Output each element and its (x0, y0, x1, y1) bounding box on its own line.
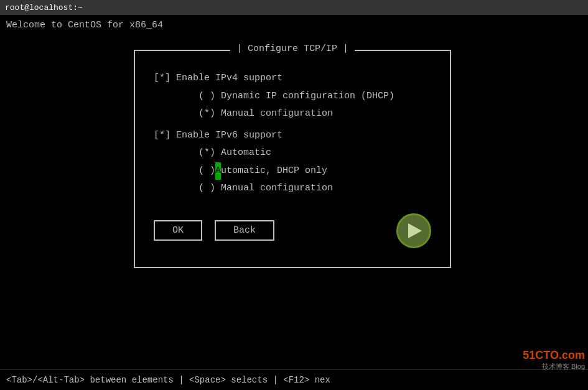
dhcp-only-option[interactable]: ( ) Automatic, DHCP only (154, 162, 431, 180)
title-text: root@localhost:~ (5, 3, 83, 12)
play-button[interactable] (396, 213, 431, 248)
ipv6-enable-option[interactable]: [*] Enable IPv6 support (154, 127, 431, 145)
ipv4-enable-option[interactable]: [*] Enable IPv4 support (154, 70, 431, 88)
manual-ipv4-text: (*) Manual configuration (154, 105, 333, 123)
status-text: <Tab>/<Alt-Tab> between elements | <Spac… (6, 375, 330, 385)
dhcp-only-prefix: ( ) (154, 162, 215, 180)
dialog-content: [*] Enable IPv4 support ( ) Dynamic IP c… (154, 70, 431, 198)
welcome-text: Welcome to CentOS for x86_64 (6, 20, 163, 30)
watermark-subtitle: 技术博客 Blog (523, 362, 585, 371)
watermark-site: 51CTO.com (523, 349, 585, 362)
dhcp-only-highlight: A (215, 162, 221, 180)
dhcp-only-rest: utomatic, DHCP only (221, 162, 327, 180)
automatic-text: (*) Automatic (154, 144, 271, 162)
ipv4-enable-text: [*] Enable IPv4 support (154, 70, 282, 88)
status-bar: <Tab>/<Alt-Tab> between elements | <Spac… (0, 369, 588, 390)
watermark: 51CTO.com 技术博客 Blog (523, 349, 585, 371)
back-button[interactable]: Back (215, 220, 274, 241)
dhcp-text: ( ) Dynamic IP configuration (DHCP) (154, 88, 394, 106)
play-icon (408, 223, 422, 238)
button-row: OK Back (154, 213, 431, 248)
dialog-title: | Configure TCP/IP | (230, 44, 355, 54)
manual-ipv6-text: ( ) Manual configuration (154, 180, 333, 198)
configure-tcp-ip-dialog: | Configure TCP/IP | [*] Enable IPv4 sup… (134, 50, 451, 268)
automatic-option[interactable]: (*) Automatic (154, 144, 431, 162)
terminal-area: Welcome to CentOS for x86_64 (0, 15, 588, 35)
title-bar: root@localhost:~ (0, 0, 588, 15)
ipv6-enable-text: [*] Enable IPv6 support (154, 127, 282, 145)
dhcp-option[interactable]: ( ) Dynamic IP configuration (DHCP) (154, 88, 431, 106)
manual-ipv6-option[interactable]: ( ) Manual configuration (154, 180, 431, 198)
manual-ipv4-option[interactable]: (*) Manual configuration (154, 105, 431, 123)
ok-button[interactable]: OK (154, 220, 202, 241)
